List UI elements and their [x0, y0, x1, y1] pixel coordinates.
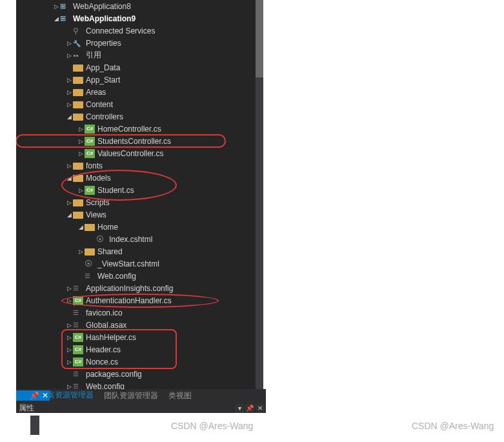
label: Nonce.cs [86, 357, 118, 367]
sidebar-stub[interactable] [30, 416, 39, 435]
expand-icon[interactable]: ▷ [65, 199, 73, 206]
tree-item-studentsctrl[interactable]: ▷ StudentsController.cs [16, 135, 225, 147]
tree-item-controllers[interactable]: ◢ Controllers [16, 110, 263, 123]
tree-item-nonce[interactable]: ▷ Nonce.cs [16, 356, 263, 368]
folder-icon [85, 248, 95, 256]
tree-item-homectrl[interactable]: ▷ HomeController.cs [16, 123, 263, 135]
collapse-icon[interactable]: ◢ [77, 224, 85, 230]
collapse-icon[interactable]: ◢ [65, 114, 73, 120]
label: App_Data [86, 63, 120, 72]
label: Shared [97, 247, 123, 256]
expand-icon[interactable]: ▷ [65, 285, 73, 292]
tree-item-authhandler[interactable]: ▷ AuthenticationHandler.cs [16, 294, 263, 306]
collapse-icon[interactable]: ◢ [65, 175, 73, 181]
expand-icon[interactable]: ▷ [52, 3, 60, 10]
folder-icon [73, 163, 83, 170]
label: ApplicationInsights.config [86, 284, 173, 293]
tree-item-webapp9[interactable]: ◢ ⊞ WebApplication9 [16, 12, 263, 25]
project-icon: ⊞ [60, 2, 70, 11]
label: Properties [86, 39, 121, 48]
expand-icon[interactable]: ▷ [77, 150, 85, 157]
tab-class-view[interactable]: 类视图 [163, 388, 197, 403]
label: fonts [86, 161, 103, 170]
label: favicon.ico [86, 308, 123, 317]
asax-icon [73, 321, 83, 330]
expand-icon[interactable]: ▷ [65, 89, 73, 95]
close-icon[interactable]: ✕ [42, 391, 48, 400]
scrollbar-thumb[interactable] [256, 0, 263, 77]
expand-icon[interactable]: ▷ [77, 126, 85, 132]
expand-icon[interactable]: ▷ [65, 322, 73, 328]
tree-item-views[interactable]: ◢ Views [16, 208, 263, 221]
tree-item-fonts[interactable]: ▷ fonts [16, 159, 263, 172]
label: Connected Services [86, 26, 155, 35]
tree-item-shared[interactable]: ▷ Shared [16, 245, 263, 257]
expand-icon[interactable]: ▷ [65, 297, 73, 304]
collapse-icon[interactable]: ◢ [52, 15, 60, 22]
pin-icon[interactable]: 📌 [245, 404, 254, 413]
expand-icon[interactable]: ▷ [65, 359, 73, 365]
label: 引用 [86, 50, 101, 61]
label: Models [86, 174, 111, 183]
expand-icon[interactable]: ▷ [77, 187, 85, 194]
config-icon [85, 272, 95, 281]
properties-panel-header[interactable]: 属性 ▾ 📌 ✕ [16, 403, 266, 413]
tree-item-header[interactable]: ▷ Header.cs [16, 343, 263, 356]
tree-item-appstart[interactable]: ▷ App_Start [16, 74, 263, 86]
tree-item-properties[interactable]: ▷ Properties [16, 37, 263, 49]
expand-icon[interactable]: ▷ [65, 77, 73, 83]
tree-item-valuesctrl[interactable]: ▷ ValuesController.cs [16, 147, 263, 159]
close-icon[interactable]: ✕ [256, 404, 265, 413]
expand-icon[interactable]: ▷ [77, 248, 85, 255]
collapse-icon[interactable]: ◢ [65, 212, 73, 218]
expand-icon[interactable]: ▷ [65, 101, 73, 108]
csharp-icon [85, 186, 95, 195]
tree-item-areas[interactable]: ▷ Areas [16, 86, 263, 98]
tree-item-appdata[interactable]: App_Data [16, 61, 263, 74]
tree-item-favicon[interactable]: favicon.ico [16, 306, 263, 319]
label: _ViewStart.cshtml [97, 259, 159, 268]
tree-item-home[interactable]: ◢ Home [16, 221, 263, 233]
expand-icon[interactable]: ▷ [65, 163, 73, 169]
tree-item-viewstart[interactable]: _ViewStart.cshtml [16, 257, 263, 270]
project-icon: ⊞ [60, 14, 70, 23]
tree-item-webconfig1[interactable]: Web.config [16, 270, 263, 282]
expand-icon[interactable]: ▷ [65, 52, 73, 59]
label: packages.config [86, 370, 142, 379]
tree-item-scripts[interactable]: ▷ Scripts [16, 196, 263, 208]
cshtml-icon [85, 259, 95, 268]
label: App_Start [86, 75, 120, 85]
label: ValuesController.cs [97, 149, 164, 158]
properties-label: 属性 [19, 403, 34, 414]
tree-item-webapp8[interactable]: ▷ ⊞ WebApplication8 [16, 0, 263, 12]
csharp-icon [73, 357, 83, 367]
project-tree[interactable]: ▷ ⊞ WebApplication8 ◢ ⊞ WebApplication9 … [16, 0, 263, 389]
expand-icon[interactable]: ▷ [65, 347, 73, 353]
tree-item-appinsights[interactable]: ▷ ApplicationInsights.config [16, 282, 263, 294]
tree-item-student[interactable]: ▷ Student.cs [16, 184, 263, 196]
tree-item-packages[interactable]: packages.config [16, 368, 263, 380]
expand-icon[interactable]: ▷ [65, 40, 73, 46]
folder-open-icon [85, 224, 95, 231]
panel-controls: ▾ 📌 ✕ [235, 404, 265, 413]
csharp-icon [85, 149, 95, 158]
expand-icon[interactable]: ▷ [77, 138, 85, 145]
tree-item-global[interactable]: ▷ Global.asax [16, 319, 263, 331]
tree-item-content[interactable]: ▷ Content [16, 98, 263, 110]
config-icon [73, 284, 83, 293]
tree-item-index[interactable]: Index.cshtml [16, 233, 263, 245]
tree-item-refs[interactable]: ▷ ▪▪ 引用 [16, 49, 263, 61]
label: WebApplication9 [73, 14, 136, 23]
dropdown-icon[interactable]: ▾ [235, 404, 244, 413]
tree-item-hashhelper[interactable]: ▷ HashHelper.cs [16, 331, 263, 343]
csharp-icon [73, 345, 83, 354]
vertical-scrollbar[interactable] [256, 0, 263, 389]
pin-icon[interactable]: 📌 [30, 391, 39, 400]
tree-item-models[interactable]: ◢ Models [16, 172, 263, 184]
label: HashHelper.cs [86, 333, 136, 342]
tree-item-connected[interactable]: Connected Services [16, 25, 263, 37]
label: Web.config [97, 272, 136, 281]
tab-team-explorer[interactable]: 团队资源管理器 [99, 388, 163, 403]
expand-icon[interactable]: ▷ [65, 334, 73, 341]
label: WebApplication8 [73, 2, 131, 11]
